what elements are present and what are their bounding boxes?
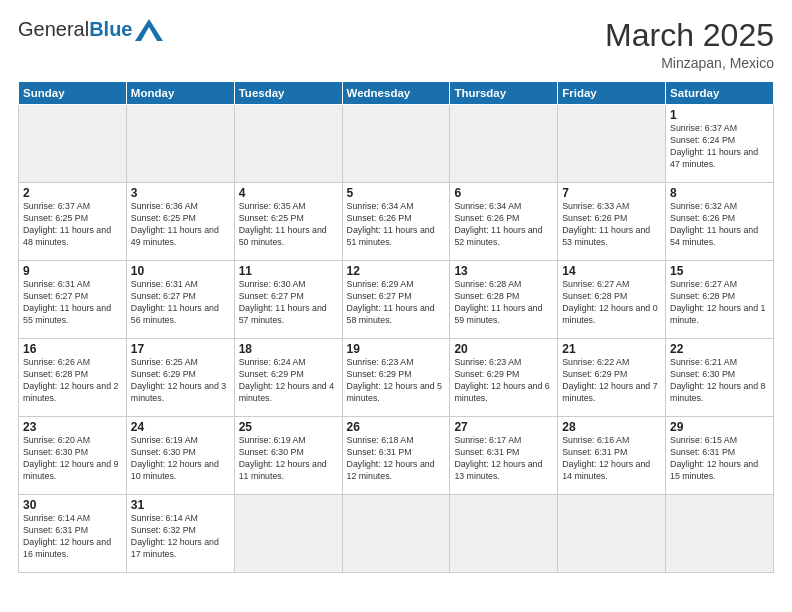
day-info: Sunrise: 6:14 AMSunset: 6:31 PMDaylight:… (23, 513, 122, 561)
table-row: 14Sunrise: 6:27 AMSunset: 6:28 PMDayligh… (558, 261, 666, 339)
day-info: Sunrise: 6:17 AMSunset: 6:31 PMDaylight:… (454, 435, 553, 483)
table-row: 1Sunrise: 6:37 AMSunset: 6:24 PMDaylight… (666, 105, 774, 183)
table-row: 26Sunrise: 6:18 AMSunset: 6:31 PMDayligh… (342, 417, 450, 495)
table-row: 10Sunrise: 6:31 AMSunset: 6:27 PMDayligh… (126, 261, 234, 339)
col-thursday: Thursday (450, 82, 558, 105)
table-row (342, 105, 450, 183)
day-info: Sunrise: 6:31 AMSunset: 6:27 PMDaylight:… (23, 279, 122, 327)
day-info: Sunrise: 6:25 AMSunset: 6:29 PMDaylight:… (131, 357, 230, 405)
table-row: 8Sunrise: 6:32 AMSunset: 6:26 PMDaylight… (666, 183, 774, 261)
col-monday: Monday (126, 82, 234, 105)
table-row: 9Sunrise: 6:31 AMSunset: 6:27 PMDaylight… (19, 261, 127, 339)
day-info: Sunrise: 6:37 AMSunset: 6:25 PMDaylight:… (23, 201, 122, 249)
table-row: 7Sunrise: 6:33 AMSunset: 6:26 PMDaylight… (558, 183, 666, 261)
table-row (342, 495, 450, 573)
table-row: 23Sunrise: 6:20 AMSunset: 6:30 PMDayligh… (19, 417, 127, 495)
table-row: 3Sunrise: 6:36 AMSunset: 6:25 PMDaylight… (126, 183, 234, 261)
col-sunday: Sunday (19, 82, 127, 105)
day-number: 5 (347, 186, 446, 200)
day-number: 15 (670, 264, 769, 278)
day-info: Sunrise: 6:31 AMSunset: 6:27 PMDaylight:… (131, 279, 230, 327)
day-info: Sunrise: 6:19 AMSunset: 6:30 PMDaylight:… (131, 435, 230, 483)
day-number: 6 (454, 186, 553, 200)
logo-general: General (18, 18, 89, 40)
day-info: Sunrise: 6:37 AMSunset: 6:24 PMDaylight:… (670, 123, 769, 171)
table-row: 24Sunrise: 6:19 AMSunset: 6:30 PMDayligh… (126, 417, 234, 495)
calendar-header-row: Sunday Monday Tuesday Wednesday Thursday… (19, 82, 774, 105)
table-row (558, 495, 666, 573)
page: GeneralBlue March 2025 Minzapan, Mexico … (0, 0, 792, 612)
table-row: 22Sunrise: 6:21 AMSunset: 6:30 PMDayligh… (666, 339, 774, 417)
calendar-week-row: 30Sunrise: 6:14 AMSunset: 6:31 PMDayligh… (19, 495, 774, 573)
calendar: Sunday Monday Tuesday Wednesday Thursday… (18, 81, 774, 573)
day-info: Sunrise: 6:24 AMSunset: 6:29 PMDaylight:… (239, 357, 338, 405)
table-row: 21Sunrise: 6:22 AMSunset: 6:29 PMDayligh… (558, 339, 666, 417)
day-info: Sunrise: 6:35 AMSunset: 6:25 PMDaylight:… (239, 201, 338, 249)
col-tuesday: Tuesday (234, 82, 342, 105)
day-number: 26 (347, 420, 446, 434)
day-number: 29 (670, 420, 769, 434)
day-number: 1 (670, 108, 769, 122)
col-wednesday: Wednesday (342, 82, 450, 105)
day-number: 19 (347, 342, 446, 356)
table-row: 13Sunrise: 6:28 AMSunset: 6:28 PMDayligh… (450, 261, 558, 339)
day-info: Sunrise: 6:34 AMSunset: 6:26 PMDaylight:… (454, 201, 553, 249)
day-info: Sunrise: 6:19 AMSunset: 6:30 PMDaylight:… (239, 435, 338, 483)
day-info: Sunrise: 6:21 AMSunset: 6:30 PMDaylight:… (670, 357, 769, 405)
day-number: 4 (239, 186, 338, 200)
table-row (450, 105, 558, 183)
day-number: 8 (670, 186, 769, 200)
col-saturday: Saturday (666, 82, 774, 105)
day-info: Sunrise: 6:23 AMSunset: 6:29 PMDaylight:… (347, 357, 446, 405)
day-info: Sunrise: 6:33 AMSunset: 6:26 PMDaylight:… (562, 201, 661, 249)
day-number: 14 (562, 264, 661, 278)
table-row: 12Sunrise: 6:29 AMSunset: 6:27 PMDayligh… (342, 261, 450, 339)
table-row: 15Sunrise: 6:27 AMSunset: 6:28 PMDayligh… (666, 261, 774, 339)
day-number: 18 (239, 342, 338, 356)
day-number: 12 (347, 264, 446, 278)
day-number: 3 (131, 186, 230, 200)
title-block: March 2025 Minzapan, Mexico (605, 18, 774, 71)
calendar-week-row: 23Sunrise: 6:20 AMSunset: 6:30 PMDayligh… (19, 417, 774, 495)
day-info: Sunrise: 6:26 AMSunset: 6:28 PMDaylight:… (23, 357, 122, 405)
calendar-week-row: 9Sunrise: 6:31 AMSunset: 6:27 PMDaylight… (19, 261, 774, 339)
table-row: 18Sunrise: 6:24 AMSunset: 6:29 PMDayligh… (234, 339, 342, 417)
table-row: 30Sunrise: 6:14 AMSunset: 6:31 PMDayligh… (19, 495, 127, 573)
month-title: March 2025 (605, 18, 774, 53)
table-row: 16Sunrise: 6:26 AMSunset: 6:28 PMDayligh… (19, 339, 127, 417)
day-number: 13 (454, 264, 553, 278)
day-number: 27 (454, 420, 553, 434)
day-number: 30 (23, 498, 122, 512)
day-info: Sunrise: 6:29 AMSunset: 6:27 PMDaylight:… (347, 279, 446, 327)
table-row (19, 105, 127, 183)
table-row: 28Sunrise: 6:16 AMSunset: 6:31 PMDayligh… (558, 417, 666, 495)
day-number: 20 (454, 342, 553, 356)
table-row: 29Sunrise: 6:15 AMSunset: 6:31 PMDayligh… (666, 417, 774, 495)
table-row: 25Sunrise: 6:19 AMSunset: 6:30 PMDayligh… (234, 417, 342, 495)
day-number: 9 (23, 264, 122, 278)
day-info: Sunrise: 6:36 AMSunset: 6:25 PMDaylight:… (131, 201, 230, 249)
logo-text: GeneralBlue (18, 18, 133, 41)
table-row: 6Sunrise: 6:34 AMSunset: 6:26 PMDaylight… (450, 183, 558, 261)
day-info: Sunrise: 6:27 AMSunset: 6:28 PMDaylight:… (562, 279, 661, 327)
table-row (666, 495, 774, 573)
table-row: 19Sunrise: 6:23 AMSunset: 6:29 PMDayligh… (342, 339, 450, 417)
day-info: Sunrise: 6:15 AMSunset: 6:31 PMDaylight:… (670, 435, 769, 483)
table-row: 5Sunrise: 6:34 AMSunset: 6:26 PMDaylight… (342, 183, 450, 261)
day-info: Sunrise: 6:30 AMSunset: 6:27 PMDaylight:… (239, 279, 338, 327)
table-row: 17Sunrise: 6:25 AMSunset: 6:29 PMDayligh… (126, 339, 234, 417)
table-row: 4Sunrise: 6:35 AMSunset: 6:25 PMDaylight… (234, 183, 342, 261)
day-number: 25 (239, 420, 338, 434)
table-row: 11Sunrise: 6:30 AMSunset: 6:27 PMDayligh… (234, 261, 342, 339)
day-number: 21 (562, 342, 661, 356)
day-number: 16 (23, 342, 122, 356)
day-info: Sunrise: 6:32 AMSunset: 6:26 PMDaylight:… (670, 201, 769, 249)
day-info: Sunrise: 6:22 AMSunset: 6:29 PMDaylight:… (562, 357, 661, 405)
table-row: 2Sunrise: 6:37 AMSunset: 6:25 PMDaylight… (19, 183, 127, 261)
logo-blue: Blue (89, 18, 132, 40)
table-row: 20Sunrise: 6:23 AMSunset: 6:29 PMDayligh… (450, 339, 558, 417)
day-info: Sunrise: 6:18 AMSunset: 6:31 PMDaylight:… (347, 435, 446, 483)
header: GeneralBlue March 2025 Minzapan, Mexico (18, 18, 774, 71)
day-number: 28 (562, 420, 661, 434)
table-row (234, 105, 342, 183)
